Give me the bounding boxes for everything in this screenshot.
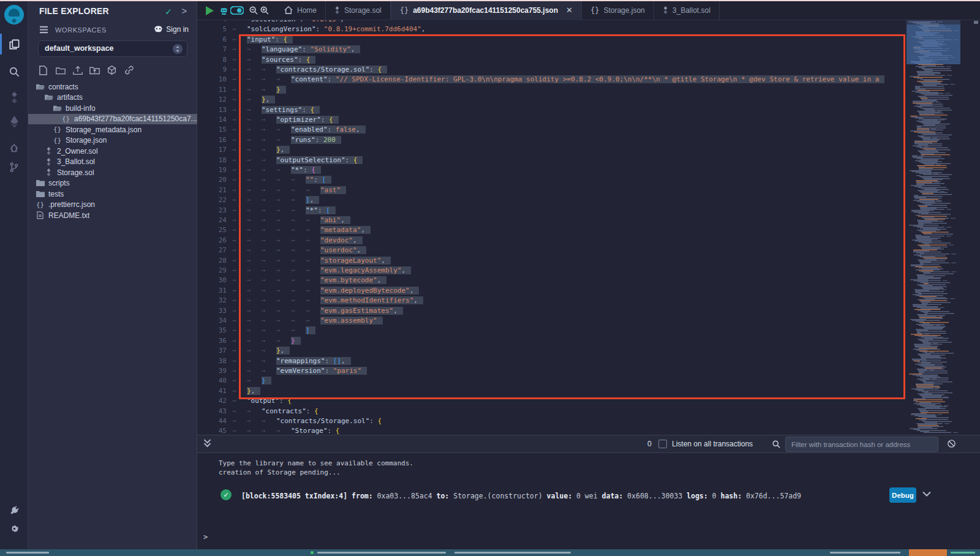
statusbar-text-fragment (317, 552, 446, 554)
line-number: 16 (197, 135, 227, 145)
tree-item-build-info[interactable]: build-info (28, 103, 197, 114)
file-explorer-icon[interactable] (0, 35, 28, 53)
close-icon[interactable]: ✕ (566, 6, 573, 15)
terminal-search-icon[interactable] (772, 440, 781, 449)
settings-icon[interactable] (0, 519, 28, 538)
line-number: 13 (197, 105, 227, 115)
check-icon: ✓ (165, 7, 172, 17)
terminal-panel: 0 Listen on all transactions Type the li… (197, 435, 980, 549)
tree-item--prettierrc-json[interactable]: {}.prettierrc.json (28, 200, 197, 211)
folder-open-icon (36, 83, 45, 91)
statusbar-text-fragment (951, 552, 975, 554)
upload-file-icon[interactable] (72, 65, 83, 75)
code-line-38: 38→→→"remappings": [], (197, 356, 980, 366)
tree-item-storage-json[interactable]: {}Storage.json (28, 135, 197, 146)
statusbar-text-fragment (830, 552, 900, 554)
tree-item-storage-metadata-json[interactable]: {}Storage_metadata.json (28, 124, 197, 135)
tab-a69b43f277ba20fcac141151250ca755-json[interactable]: {}a69b43f277ba20fcac141151250ca755.json✕ (391, 0, 582, 20)
listen-checkbox[interactable] (658, 440, 667, 448)
line-number: 32 (197, 296, 227, 306)
remix-ai-icon[interactable] (217, 4, 230, 17)
debugger-icon[interactable] (0, 138, 28, 157)
terminal-collapse-icon[interactable] (203, 438, 211, 448)
tree-item-tests[interactable]: tests (28, 189, 197, 200)
transaction-row[interactable]: ✓ [block:5583405 txIndex:4] from: 0xa03.… (197, 486, 980, 505)
code-line-42: 42→"output": { (197, 396, 980, 406)
code-editor[interactable]: 4→"solcVersion": "0.8.19",5→"solcLongVer… (197, 20, 980, 435)
transaction-filter-input[interactable] (785, 437, 938, 452)
terminal-log-line: creation of Storage pending... (219, 468, 341, 476)
tree-item-storage-sol[interactable]: Storage.sol (28, 167, 197, 178)
deploy-run-icon[interactable] (0, 113, 28, 131)
tree-item-a69b43f277ba20fcac141151250ca7-[interactable]: {}a69b43f277ba20fcac141151250ca7... (28, 114, 197, 125)
tree-item-label: scripts (48, 179, 70, 187)
new-folder-icon[interactable] (55, 65, 66, 75)
workspaces-menu-icon[interactable] (39, 26, 48, 34)
tab-3-ballot-sol[interactable]: 3_Ballot.sol (654, 0, 720, 20)
code-line-8: 8→→"sources": { (197, 55, 980, 65)
run-script-icon[interactable] (203, 4, 216, 17)
tab-label: Storage.sol (344, 6, 382, 15)
folder-icon (36, 190, 45, 198)
tree-item-2-owner-sol[interactable]: 2_Owner.sol (28, 146, 197, 157)
icon-rail (0, 0, 28, 549)
git-icon[interactable] (0, 158, 28, 176)
tabs: HomeStorage.sol{}a69b43f277ba20fcac14115… (276, 0, 720, 20)
line-number: 7 (197, 45, 227, 54)
line-number: 26 (197, 236, 227, 246)
minimap[interactable] (907, 20, 960, 435)
scrollbar-thumb[interactable] (974, 21, 978, 24)
tree-item-contracts[interactable]: contracts (28, 81, 197, 92)
workspace-select[interactable]: default_workspace (38, 40, 187, 57)
tab-storage-sol[interactable]: Storage.sol (326, 0, 391, 20)
line-number: 41 (197, 386, 227, 396)
clear-console-icon[interactable] (947, 439, 956, 448)
window-top-edge (0, 0, 980, 1)
code-line-45: 45→→→→"Storage": { (197, 426, 980, 435)
debug-button[interactable]: Debug (889, 487, 916, 503)
tree-item-readme-txt[interactable]: README.txt (28, 210, 197, 221)
zoom-in-icon[interactable] (258, 4, 271, 17)
code-line-32: 32→→→→→→"evm.methodIdentifiers", (197, 296, 980, 306)
tx-expand-icon[interactable] (922, 490, 931, 498)
collapse-panel-icon[interactable]: > (182, 6, 187, 16)
code-line-10: 10→→→→"content": "// SPDX-License-Identi… (197, 75, 980, 85)
remix-logo[interactable] (0, 4, 28, 25)
new-file-icon[interactable] (38, 65, 48, 75)
line-number: 14 (197, 115, 227, 125)
code-line-21: 21→→→→→→"ast" (197, 186, 980, 195)
zoom-out-icon[interactable] (247, 4, 260, 17)
solidity-compiler-icon[interactable] (0, 88, 28, 107)
terminal-prompt[interactable]: > (203, 533, 208, 541)
sign-in-button[interactable]: Sign in (154, 25, 189, 34)
tab-home[interactable]: Home (276, 0, 326, 20)
workspace-select-toggle-icon[interactable] (173, 44, 183, 54)
tree-item-artifacts[interactable]: artifacts (28, 92, 197, 103)
tab-storage-json[interactable]: {}Storage.json (582, 0, 654, 20)
solidity-icon (44, 147, 53, 155)
plugin-manager-icon[interactable] (0, 501, 28, 519)
tree-item-3-ballot-sol[interactable]: 3_Ballot.sol (28, 157, 197, 168)
tree-item-label: Storage_metadata.json (66, 126, 141, 134)
line-number: 23 (197, 206, 227, 216)
upload-folder-icon[interactable] (89, 65, 100, 75)
link-icon[interactable] (124, 65, 134, 75)
json-icon: {} (53, 126, 62, 133)
line-number: 9 (197, 65, 227, 75)
statusbar-text-fragment (6, 552, 49, 554)
code-line-25: 25→→→→→→"metadata", (197, 225, 980, 235)
gist-icon[interactable] (107, 65, 117, 75)
tree-item-label: 2_Owner.sol (57, 147, 98, 156)
search-icon[interactable] (0, 62, 28, 81)
statusbar-alert-segment[interactable] (909, 549, 947, 556)
code-line-30: 30→→→→→→"evm.bytecode", (197, 276, 980, 285)
tree-item-scripts[interactable]: scripts (28, 178, 197, 189)
code-line-33: 33→→→→→→"evm.gasEstimates", (197, 306, 980, 316)
code-line-27: 27→→→→→→"userdoc", (197, 246, 980, 255)
code-line-37: 37→→→}, (197, 346, 980, 356)
code-line-16: 16→→→→"runs": 200 (197, 135, 980, 145)
file-toolbar (38, 65, 134, 75)
code-line-5: 5→"solcLongVersion": "0.8.19+commit.7dd6… (197, 24, 980, 34)
line-number: 37 (197, 346, 227, 356)
toggle-icon[interactable] (229, 4, 245, 17)
